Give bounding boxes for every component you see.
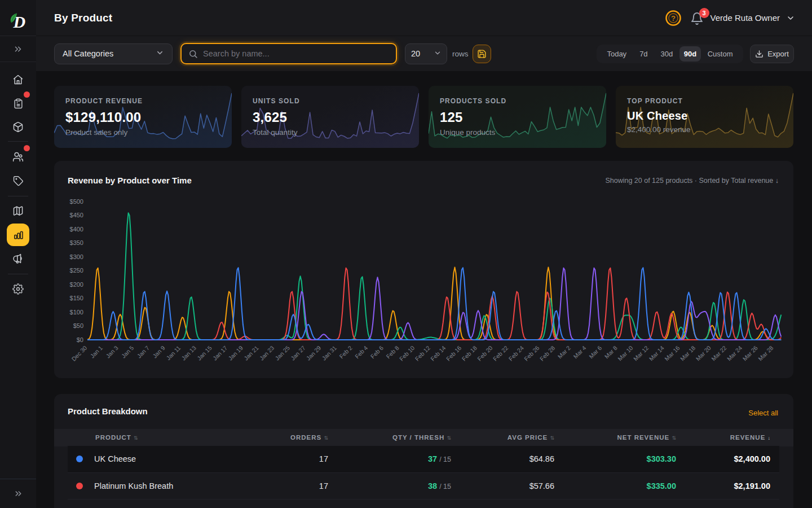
svg-text:Mar 22: Mar 22: [710, 344, 728, 362]
svg-text:$200: $200: [70, 281, 83, 288]
svg-text:$450: $450: [70, 212, 83, 218]
svg-text:Jan 15: Jan 15: [196, 344, 213, 362]
svg-text:Feb 26: Feb 26: [523, 344, 541, 362]
svg-text:Mar 26: Mar 26: [741, 344, 759, 362]
svg-text:$150: $150: [70, 295, 83, 301]
svg-text:Jan 13: Jan 13: [180, 344, 197, 362]
svg-text:Jan 9: Jan 9: [151, 344, 166, 360]
svg-text:$300: $300: [70, 253, 83, 260]
svg-text:Mar 20: Mar 20: [694, 344, 712, 362]
svg-text:Feb 10: Feb 10: [398, 344, 416, 362]
svg-text:Jan 19: Jan 19: [227, 344, 244, 362]
svg-text:Mar 28: Mar 28: [757, 344, 775, 362]
svg-text:Mar 24: Mar 24: [726, 344, 744, 362]
svg-text:Jan 11: Jan 11: [165, 344, 182, 361]
svg-text:Feb 28: Feb 28: [539, 344, 557, 362]
svg-text:Jan 21: Jan 21: [242, 344, 260, 362]
svg-text:Feb 24: Feb 24: [507, 344, 525, 362]
svg-text:Jan 31: Jan 31: [320, 344, 338, 362]
svg-text:Jan 1: Jan 1: [89, 344, 104, 360]
svg-text:$350: $350: [70, 239, 83, 246]
svg-text:Jan 3: Jan 3: [104, 344, 120, 360]
svg-text:Feb 22: Feb 22: [492, 344, 510, 362]
svg-text:Feb 20: Feb 20: [476, 344, 494, 362]
svg-text:Feb 12: Feb 12: [413, 344, 431, 362]
svg-text:Jan 5: Jan 5: [120, 344, 135, 360]
svg-text:Mar 2: Mar 2: [557, 344, 572, 360]
svg-text:Feb 14: Feb 14: [429, 344, 447, 362]
svg-text:$100: $100: [70, 309, 83, 316]
svg-text:Jan 17: Jan 17: [211, 344, 229, 362]
svg-text:Jan 27: Jan 27: [289, 344, 307, 362]
svg-text:Mar 6: Mar 6: [588, 344, 603, 360]
svg-text:Feb 6: Feb 6: [369, 344, 385, 360]
svg-text:Mar 18: Mar 18: [679, 344, 697, 362]
svg-text:?: ?: [671, 14, 676, 23]
svg-text:$0: $0: [77, 336, 83, 343]
svg-text:Jan 7: Jan 7: [135, 344, 151, 360]
svg-text:Mar 4: Mar 4: [572, 344, 588, 360]
svg-text:Mar 12: Mar 12: [632, 344, 650, 362]
svg-text:$500: $500: [70, 198, 83, 205]
svg-text:Feb 18: Feb 18: [460, 344, 478, 362]
svg-text:Feb 2: Feb 2: [338, 344, 354, 360]
svg-text:Mar 10: Mar 10: [616, 344, 634, 362]
svg-text:Jan 23: Jan 23: [258, 344, 276, 362]
svg-text:$250: $250: [70, 267, 83, 274]
svg-text:$400: $400: [70, 226, 83, 233]
svg-text:Feb 16: Feb 16: [445, 344, 463, 362]
svg-text:Feb 4: Feb 4: [354, 344, 369, 360]
svg-text:Dec 30: Dec 30: [70, 344, 88, 362]
svg-text:Mar 16: Mar 16: [663, 344, 681, 362]
svg-text:$50: $50: [73, 322, 83, 329]
svg-text:Mar 14: Mar 14: [647, 344, 665, 362]
svg-text:Jan 29: Jan 29: [305, 344, 323, 362]
svg-text:Jan 25: Jan 25: [273, 344, 291, 362]
